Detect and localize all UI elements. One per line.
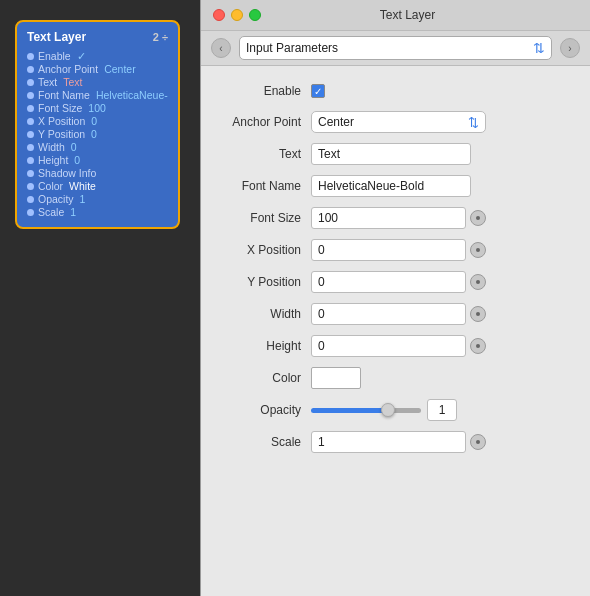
knob-x_position[interactable]	[470, 242, 486, 258]
param-control-color	[311, 367, 570, 389]
node-row-value: 0	[91, 128, 97, 140]
node-row: Height 0	[27, 154, 168, 166]
param-row-anchor_point: Anchor PointCenter⇅	[221, 106, 570, 138]
node-title: Text Layer 2 ÷	[27, 30, 168, 44]
knob-inner	[476, 344, 480, 348]
node-row-value: 0	[74, 154, 80, 166]
node-row-label: Font Name	[38, 89, 90, 101]
param-row-y_position: Y Position	[221, 266, 570, 298]
param-row-width: Width	[221, 298, 570, 330]
param-control-anchor_point: Center⇅	[311, 111, 570, 133]
node-row: Width 0	[27, 141, 168, 153]
param-label-color: Color	[221, 371, 311, 385]
window-title: Text Layer	[267, 8, 548, 22]
input-text[interactable]	[311, 143, 471, 165]
checkbox-enable[interactable]: ✓	[311, 84, 325, 98]
right-panel: Text Layer ‹ Input Parameters ⇅ › Enable…	[200, 0, 590, 596]
input-font_name[interactable]	[311, 175, 471, 197]
node-dot	[27, 131, 34, 138]
node-card[interactable]: Text Layer 2 ÷ Enable ✓ Anchor Point Cen…	[15, 20, 180, 229]
left-panel: Text Layer 2 ÷ Enable ✓ Anchor Point Cen…	[0, 0, 200, 249]
param-label-scale: Scale	[221, 435, 311, 449]
input-x_position[interactable]	[311, 239, 466, 261]
node-row-value: 0	[91, 115, 97, 127]
input-font_size[interactable]	[311, 207, 466, 229]
node-row-label: Opacity	[38, 193, 74, 205]
node-dot	[27, 53, 34, 60]
knob-inner	[476, 216, 480, 220]
param-control-enable: ✓	[311, 84, 570, 98]
node-row-value: White	[69, 180, 96, 192]
knob-font_size[interactable]	[470, 210, 486, 226]
slider-track-opacity[interactable]	[311, 408, 421, 413]
node-dot	[27, 196, 34, 203]
slider-wrap-opacity	[311, 399, 457, 421]
minimize-button[interactable]	[231, 9, 243, 21]
input-y_position[interactable]	[311, 271, 466, 293]
node-row-value: 0	[71, 141, 77, 153]
param-control-scale	[311, 431, 570, 453]
node-row: Text Text	[27, 76, 168, 88]
node-row-value: 1	[70, 206, 76, 218]
dropdown-anchor_point[interactable]: Center⇅	[311, 111, 486, 133]
num-wrap-scale	[311, 431, 486, 453]
knob-inner	[476, 440, 480, 444]
param-row-opacity: Opacity	[221, 394, 570, 426]
knob-height[interactable]	[470, 338, 486, 354]
node-dot	[27, 79, 34, 86]
params-area: Enable✓Anchor PointCenter⇅TextFont NameF…	[201, 66, 590, 596]
node-dot	[27, 105, 34, 112]
node-dot	[27, 118, 34, 125]
window-titlebar: Text Layer	[201, 0, 590, 31]
param-label-enable: Enable	[221, 84, 311, 98]
nav-back-button[interactable]: ‹	[211, 38, 231, 58]
node-row-label: Font Size	[38, 102, 82, 114]
node-row-label: Width	[38, 141, 65, 153]
slider-thumb-opacity[interactable]	[381, 403, 395, 417]
nav-forward-button[interactable]: ›	[560, 38, 580, 58]
knob-y_position[interactable]	[470, 274, 486, 290]
node-row: Opacity 1	[27, 193, 168, 205]
knob-inner	[476, 248, 480, 252]
node-row-label: Text	[38, 76, 57, 88]
slider-value-opacity[interactable]	[427, 399, 457, 421]
knob-width[interactable]	[470, 306, 486, 322]
node-row: Shadow Info	[27, 167, 168, 179]
param-row-scale: Scale	[221, 426, 570, 458]
param-label-width: Width	[221, 307, 311, 321]
maximize-button[interactable]	[249, 9, 261, 21]
node-row: Anchor Point Center	[27, 63, 168, 75]
param-control-opacity	[311, 399, 570, 421]
param-label-font_name: Font Name	[221, 179, 311, 193]
param-row-font_size: Font Size	[221, 202, 570, 234]
node-row-value: 1	[80, 193, 86, 205]
node-row: Enable ✓	[27, 50, 168, 62]
knob-inner	[476, 312, 480, 316]
param-label-y_position: Y Position	[221, 275, 311, 289]
close-button[interactable]	[213, 9, 225, 21]
input-scale[interactable]	[311, 431, 466, 453]
input-width[interactable]	[311, 303, 466, 325]
node-row: X Position 0	[27, 115, 168, 127]
node-row-label: Color	[38, 180, 63, 192]
num-wrap-width	[311, 303, 486, 325]
num-wrap-y_position	[311, 271, 486, 293]
knob-scale[interactable]	[470, 434, 486, 450]
param-label-opacity: Opacity	[221, 403, 311, 417]
params-dropdown[interactable]: Input Parameters ⇅	[239, 36, 552, 60]
node-row-value: 100	[88, 102, 106, 114]
color-swatch-color[interactable]	[311, 367, 361, 389]
node-title-label: Text Layer	[27, 30, 86, 44]
node-dot	[27, 209, 34, 216]
param-label-height: Height	[221, 339, 311, 353]
node-dot	[27, 144, 34, 151]
node-row-label: Scale	[38, 206, 64, 218]
input-height[interactable]	[311, 335, 466, 357]
node-row: Y Position 0	[27, 128, 168, 140]
param-control-text	[311, 143, 570, 165]
params-dropdown-label: Input Parameters	[246, 41, 338, 55]
node-row-label: X Position	[38, 115, 85, 127]
node-dot	[27, 183, 34, 190]
node-row-value: Center	[104, 63, 136, 75]
param-label-text: Text	[221, 147, 311, 161]
